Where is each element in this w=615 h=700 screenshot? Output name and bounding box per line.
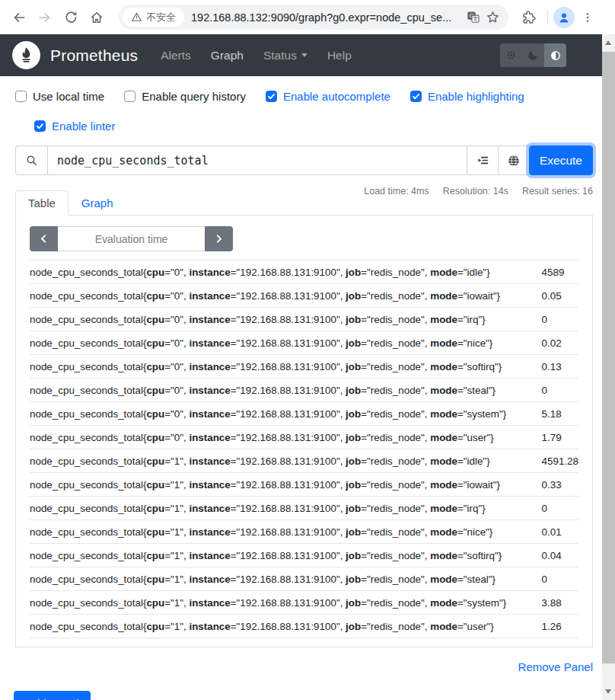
forward-icon	[37, 10, 53, 25]
metric-value: 0.01	[542, 520, 578, 544]
security-chip-label: 不安全	[146, 11, 176, 24]
result-series: Result series: 16	[522, 186, 593, 197]
gear-icon	[505, 49, 518, 62]
execute-button[interactable]: Execute	[529, 145, 593, 175]
metrics-table-body: node_cpu_seconds_total{cpu="0", instance…	[30, 261, 578, 638]
app-title[interactable]: Prometheus	[50, 46, 138, 65]
next-time-button[interactable]	[205, 226, 233, 251]
metric-value: 5.18	[542, 402, 578, 426]
metric-expression: node_cpu_seconds_total{cpu="0", instance…	[30, 402, 542, 426]
translate-icon[interactable]: G	[463, 8, 483, 27]
security-chip[interactable]: 不安全	[123, 8, 184, 27]
metrics-explorer-button[interactable]	[467, 145, 498, 175]
metric-expression: node_cpu_seconds_total{cpu="0", instance…	[30, 261, 542, 284]
settings-row-2: Enable linter	[34, 120, 593, 133]
browser-menu-button[interactable]	[576, 6, 599, 29]
prometheus-logo[interactable]	[12, 41, 40, 69]
remove-panel-link[interactable]: Remove Panel	[518, 660, 593, 673]
metric-expression: node_cpu_seconds_total{cpu="0", instance…	[30, 355, 542, 379]
table-row: node_cpu_seconds_total{cpu="0", instance…	[30, 426, 578, 449]
checkbox-box	[15, 91, 27, 102]
metric-value: 1.26	[542, 615, 578, 638]
panel-header: Load time: 4ms Resolution: 14s Result se…	[15, 184, 593, 216]
query-expression-input[interactable]	[57, 154, 457, 168]
scroll-up-arrow[interactable]	[605, 40, 611, 45]
metric-expression: node_cpu_seconds_total{cpu="1", instance…	[30, 567, 542, 591]
table-row: node_cpu_seconds_total{cpu="1", instance…	[30, 449, 578, 473]
scrollbar-thumb[interactable]	[602, 52, 615, 663]
table-row: node_cpu_seconds_total{cpu="0", instance…	[30, 261, 578, 284]
table-row: node_cpu_seconds_total{cpu="0", instance…	[30, 402, 578, 426]
metric-expression: node_cpu_seconds_total{cpu="0", instance…	[30, 284, 542, 308]
checkbox-enable-highlighting[interactable]: Enable highlighting	[410, 90, 524, 103]
metric-expression: node_cpu_seconds_total{cpu="1", instance…	[30, 591, 542, 615]
nav-item-status[interactable]: Status	[263, 49, 308, 62]
metric-expression: node_cpu_seconds_total{cpu="1", instance…	[30, 473, 542, 497]
nav-item-alerts[interactable]: Alerts	[161, 49, 191, 62]
auto-theme-button[interactable]	[544, 43, 566, 67]
settings-button[interactable]	[500, 43, 522, 67]
address-bar[interactable]: 不安全 192.168.88.132:9090/graph?g0.expr=no…	[119, 5, 508, 30]
tab-table[interactable]: Table	[15, 190, 69, 216]
evaluation-time-input[interactable]	[58, 226, 205, 251]
globe-icon	[507, 154, 521, 168]
checkbox-enable-linter[interactable]: Enable linter	[34, 120, 115, 133]
nav-item-help[interactable]: Help	[327, 49, 352, 62]
explain-globe-button[interactable]	[498, 145, 529, 175]
moon-icon	[527, 50, 539, 61]
table-row: node_cpu_seconds_total{cpu="0", instance…	[30, 284, 578, 308]
metric-value: 0.02	[542, 331, 578, 355]
evaluation-time-widget	[30, 226, 233, 251]
checkbox-use-local-time[interactable]: Use local time	[15, 90, 104, 103]
tab-graph[interactable]: Graph	[69, 190, 126, 216]
chevron-down-icon	[301, 53, 308, 57]
theme-toggle-group	[500, 43, 566, 67]
main-content: Use local time Enable query history Enab…	[0, 76, 602, 700]
back-button[interactable]	[8, 6, 30, 29]
search-addon	[15, 145, 47, 175]
metrics-explorer-icon	[476, 154, 489, 167]
checkbox-box	[266, 91, 277, 102]
search-icon	[25, 154, 38, 167]
metric-expression: node_cpu_seconds_total{cpu="1", instance…	[30, 615, 542, 638]
nav-item-graph[interactable]: Graph	[211, 49, 244, 62]
chevron-left-icon	[39, 234, 49, 244]
table-row: node_cpu_seconds_total{cpu="1", instance…	[30, 615, 578, 638]
metric-value: 0	[542, 497, 578, 520]
reload-button[interactable]	[59, 6, 82, 29]
metric-expression: node_cpu_seconds_total{cpu="0", instance…	[30, 426, 542, 449]
checkbox-enable-autocomplete[interactable]: Enable autocomplete	[266, 90, 390, 103]
prev-time-button[interactable]	[30, 226, 58, 251]
dark-theme-button[interactable]	[522, 43, 544, 67]
nav-links: Alerts Graph Status Help	[161, 49, 352, 62]
remove-panel-row: Remove Panel	[15, 660, 593, 674]
kebab-menu-icon	[582, 11, 594, 24]
table-row: node_cpu_seconds_total{cpu="1", instance…	[30, 567, 578, 591]
scroll-down-arrow[interactable]	[605, 689, 611, 694]
extensions-button[interactable]	[518, 6, 540, 29]
metric-value: 0	[542, 567, 578, 591]
table-row: node_cpu_seconds_total{cpu="0", instance…	[30, 379, 578, 402]
load-time: Load time: 4ms	[364, 186, 429, 197]
table-row: node_cpu_seconds_total{cpu="1", instance…	[30, 544, 578, 567]
table-row: node_cpu_seconds_total{cpu="1", instance…	[30, 591, 578, 615]
forward-button[interactable]	[33, 6, 56, 29]
warning-icon	[131, 11, 142, 23]
profile-avatar[interactable]	[553, 7, 575, 28]
metric-value: 4589	[542, 261, 578, 284]
bookmark-star-icon[interactable]	[483, 8, 502, 27]
table-row: node_cpu_seconds_total{cpu="1", instance…	[30, 473, 578, 497]
toolbar-divider	[547, 11, 548, 24]
add-panel-button[interactable]: Add Panel	[14, 691, 91, 700]
checkbox-enable-query-history[interactable]: Enable query history	[124, 90, 246, 103]
url-text[interactable]: 192.168.88.132:9090/graph?g0.expr=node_c…	[191, 11, 463, 24]
home-button[interactable]	[85, 6, 108, 29]
back-icon	[11, 10, 27, 25]
checkbox-box	[410, 91, 422, 102]
query-input-wrap	[47, 145, 467, 175]
page-scrollbar[interactable]	[602, 34, 615, 700]
metric-value: 4591.28	[542, 449, 578, 473]
metrics-table: node_cpu_seconds_total{cpu="0", instance…	[30, 260, 578, 638]
table-row: node_cpu_seconds_total{cpu="0", instance…	[30, 331, 578, 355]
metric-expression: node_cpu_seconds_total{cpu="0", instance…	[30, 379, 542, 402]
